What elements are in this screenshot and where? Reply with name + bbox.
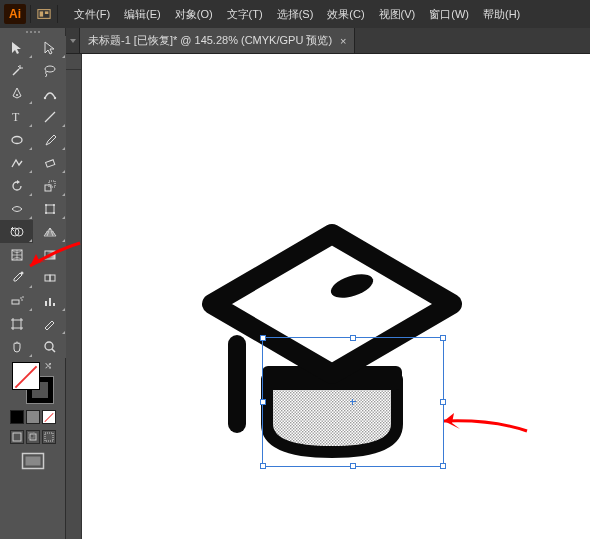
fill-swatch[interactable] [12,362,40,390]
menu-type[interactable]: 文字(T) [221,5,269,24]
menu-window[interactable]: 窗口(W) [423,5,475,24]
column-graph-tool[interactable] [33,289,66,312]
selection-tool[interactable] [0,36,33,59]
svg-rect-26 [12,300,19,304]
tools-panel: T ⤭ [0,28,66,539]
draw-behind-icon[interactable] [26,430,40,444]
svg-rect-24 [45,275,50,281]
svg-point-5 [16,94,18,96]
svg-line-35 [52,349,55,352]
artboard [82,54,590,539]
svg-point-46 [328,270,376,303]
bbox-handle[interactable] [440,463,446,469]
close-icon[interactable]: × [340,35,346,47]
lasso-tool[interactable] [33,59,66,82]
rectangle-tool[interactable] [0,128,33,151]
svg-point-18 [53,212,55,214]
svg-point-3 [19,67,21,69]
svg-rect-30 [45,301,47,306]
swap-fill-stroke-icon[interactable]: ⤭ [44,360,56,372]
draw-inside-icon[interactable] [42,430,56,444]
color-mode-gradient[interactable] [26,410,40,424]
artboard-tool[interactable] [0,312,33,335]
fill-stroke-swatches: ⤭ [0,358,65,476]
menu-view[interactable]: 视图(V) [373,5,422,24]
svg-point-17 [45,212,47,214]
bbox-center-icon [350,399,356,405]
svg-rect-13 [49,181,55,187]
document-tab[interactable]: 未标题-1 [已恢复]* @ 145.28% (CMYK/GPU 预览) × [80,28,355,53]
mesh-tool[interactable] [0,243,33,266]
separator [30,5,31,23]
tab-overflow-icon[interactable] [66,28,80,53]
app-logo: Ai [4,4,26,24]
menu-effect[interactable]: 效果(C) [321,5,370,24]
bbox-handle[interactable] [260,399,266,405]
draw-normal-icon[interactable] [10,430,24,444]
bbox-handle[interactable] [350,335,356,341]
canvas[interactable] [66,54,590,539]
svg-point-27 [20,297,22,299]
type-tool[interactable]: T [0,105,33,128]
document-tab-title: 未标题-1 [已恢复]* @ 145.28% (CMYK/GPU 预览) [88,33,332,48]
shaper-tool[interactable] [0,151,33,174]
perspective-grid-tool[interactable] [33,220,66,243]
menu-file[interactable]: 文件(F) [68,5,116,24]
screen-mode-icon[interactable] [21,452,45,470]
ruler-origin[interactable] [66,54,82,70]
svg-rect-14 [46,205,54,213]
shape-builder-tool[interactable] [0,220,33,243]
menu-object[interactable]: 对象(O) [169,5,219,24]
svg-point-4 [45,66,55,72]
eyedropper-tool[interactable] [0,266,33,289]
svg-rect-12 [45,185,51,191]
svg-rect-1 [40,11,44,16]
zoom-tool[interactable] [33,335,66,358]
svg-rect-2 [45,11,49,14]
menu-select[interactable]: 选择(S) [271,5,320,24]
selection-bounding-box[interactable] [262,337,444,467]
bbox-handle[interactable] [440,399,446,405]
svg-rect-11 [45,159,54,166]
svg-rect-36 [13,433,21,441]
hand-tool[interactable] [0,335,33,358]
svg-point-34 [45,342,53,350]
svg-point-7 [53,96,55,98]
bridge-icon[interactable] [35,5,53,23]
symbol-sprayer-tool[interactable] [0,289,33,312]
svg-point-6 [43,96,45,98]
free-transform-tool[interactable] [33,197,66,220]
document-tab-strip: 未标题-1 [已恢复]* @ 145.28% (CMYK/GPU 预览) × [66,28,590,54]
paintbrush-tool[interactable] [33,128,66,151]
blend-tool[interactable] [33,266,66,289]
bbox-handle[interactable] [260,335,266,341]
ruler-vertical[interactable] [66,70,82,539]
svg-point-10 [12,136,22,143]
color-mode-solid[interactable] [10,410,24,424]
svg-rect-31 [49,298,51,306]
direct-selection-tool[interactable] [33,36,66,59]
curvature-tool[interactable] [33,82,66,105]
width-tool[interactable] [0,197,33,220]
bbox-handle[interactable] [440,335,446,341]
bbox-handle[interactable] [260,463,266,469]
scale-tool[interactable] [33,174,66,197]
separator [57,5,58,23]
svg-point-29 [22,296,24,298]
menu-help[interactable]: 帮助(H) [477,5,526,24]
gradient-tool[interactable] [33,243,66,266]
pen-tool[interactable] [0,82,33,105]
eraser-tool[interactable] [33,151,66,174]
svg-rect-22 [45,251,55,259]
menu-edit[interactable]: 编辑(E) [118,5,167,24]
bbox-handle[interactable] [350,463,356,469]
slice-tool[interactable] [33,312,66,335]
rotate-tool[interactable] [0,174,33,197]
svg-rect-41 [25,457,40,466]
magic-wand-tool[interactable] [0,59,33,82]
svg-point-23 [20,271,23,274]
panel-grip[interactable] [0,28,65,36]
color-mode-none[interactable] [42,410,56,424]
svg-point-28 [21,299,23,301]
line-segment-tool[interactable] [33,105,66,128]
